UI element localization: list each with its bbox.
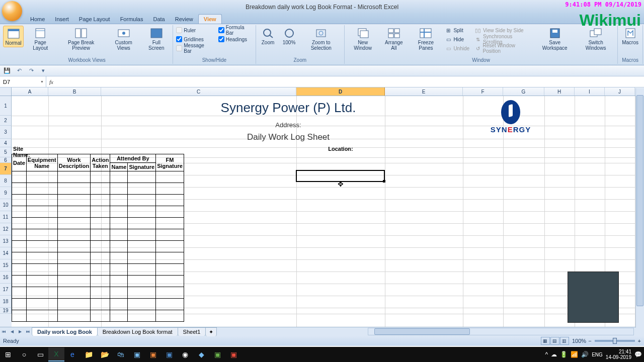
vertical-scrollbar[interactable] (635, 88, 644, 328)
table-cell[interactable] (57, 252, 91, 264)
fx-icon[interactable]: fx (49, 79, 53, 85)
row-header-16[interactable]: 16 (0, 272, 12, 284)
column-header-D[interactable]: D (296, 87, 385, 96)
table-cell[interactable] (12, 206, 27, 218)
table-cell[interactable] (12, 310, 27, 322)
name-box[interactable]: D7 (0, 76, 46, 87)
table-cell[interactable] (156, 195, 184, 206)
table-cell[interactable] (91, 287, 110, 299)
new-sheet-button[interactable]: ✦ (205, 327, 217, 336)
onedrive-icon[interactable]: ☁ (551, 351, 557, 358)
table-cell[interactable] (12, 218, 27, 229)
table-cell[interactable] (110, 183, 128, 195)
headings-checkbox[interactable]: Headings (217, 35, 254, 44)
zoom-in-button[interactable]: + (638, 338, 641, 344)
table-cell[interactable] (26, 171, 57, 183)
column-header-I[interactable]: I (575, 87, 605, 96)
table-cell[interactable] (12, 276, 27, 287)
table-cell[interactable] (110, 218, 128, 229)
row-header-1[interactable]: 1 (0, 96, 12, 116)
volume-icon[interactable]: 🔊 (581, 351, 589, 358)
table-cell[interactable] (110, 276, 128, 287)
table-cell[interactable] (12, 241, 27, 252)
zoom-to-selection-button[interactable]: Zoom to Selection (300, 26, 343, 52)
app-icon-4[interactable]: ▣ (209, 347, 225, 361)
tab-review[interactable]: Review (170, 15, 198, 24)
table-cell[interactable] (57, 287, 91, 299)
task-view-icon[interactable]: ▭ (32, 347, 48, 361)
unhide-button[interactable]: ▭Unhide (444, 44, 470, 53)
table-cell[interactable] (26, 299, 57, 310)
sheet-nav-first-icon[interactable]: ⏮ (0, 328, 8, 336)
table-cell[interactable] (12, 195, 27, 206)
zoom-slider-knob[interactable] (613, 338, 617, 344)
table-cell[interactable] (128, 183, 156, 195)
zoom-out-button[interactable]: − (588, 338, 591, 344)
table-cell[interactable] (57, 276, 91, 287)
row-header-3[interactable]: 3 (0, 126, 12, 139)
row-header-6[interactable]: 6 (0, 157, 12, 163)
custom-views-button[interactable]: Custom Views (106, 26, 141, 52)
column-header-B[interactable]: B (48, 87, 101, 96)
table-cell[interactable] (57, 299, 91, 310)
sheet-tab-daily-work[interactable]: Daily work Log Book (32, 327, 98, 336)
table-cell[interactable] (128, 252, 156, 264)
app-icon-1[interactable]: ▣ (129, 347, 145, 361)
page-break-preview-button[interactable]: Page Break Preview (57, 26, 105, 52)
table-cell[interactable] (57, 183, 91, 195)
table-cell[interactable] (110, 195, 128, 206)
row-header-2[interactable]: 2 (0, 116, 12, 126)
row-header-12[interactable]: 12 (0, 223, 12, 235)
table-cell[interactable] (128, 264, 156, 276)
table-cell[interactable] (12, 171, 27, 183)
worksheet-grid[interactable]: Synergy Power (P) Ltd. Address: Daily Wo… (12, 96, 644, 327)
row-header-5[interactable]: 5 (0, 147, 12, 157)
table-cell[interactable] (156, 171, 184, 183)
table-cell[interactable] (128, 195, 156, 206)
table-cell[interactable] (12, 299, 27, 310)
table-cell[interactable] (110, 287, 128, 299)
row-header-9[interactable]: 9 (0, 187, 12, 199)
save-workspace-button[interactable]: Save Workspace (534, 26, 575, 52)
table-cell[interactable] (156, 310, 184, 322)
row-header-11[interactable]: 11 (0, 211, 12, 223)
table-cell[interactable] (110, 299, 128, 310)
table-cell[interactable] (91, 310, 110, 322)
row-header-18[interactable]: 18 (0, 296, 12, 308)
sheet-tab-sheet1[interactable]: Sheet1 (178, 327, 206, 336)
tab-page-layout[interactable]: Page Layout (74, 15, 115, 24)
table-cell[interactable] (26, 241, 57, 252)
split-button[interactable]: ⊞Split (444, 26, 470, 35)
wifi-icon[interactable]: 📶 (571, 351, 578, 358)
sheet-nav-prev-icon[interactable]: ◀ (8, 328, 16, 336)
table-cell[interactable] (91, 218, 110, 229)
table-cell[interactable] (128, 218, 156, 229)
table-cell[interactable] (91, 276, 110, 287)
zoom-slider[interactable] (595, 340, 635, 342)
table-cell[interactable] (26, 264, 57, 276)
tab-view[interactable]: View (198, 14, 222, 24)
arrange-all-button[interactable]: Arrange All (380, 26, 408, 52)
table-cell[interactable] (26, 287, 57, 299)
normal-view-button[interactable]: Normal (3, 26, 24, 47)
row-header-7[interactable]: 7 (0, 163, 12, 175)
tab-insert[interactable]: Insert (50, 15, 74, 24)
table-cell[interactable] (128, 241, 156, 252)
edge-icon[interactable]: e (64, 347, 80, 361)
table-cell[interactable] (26, 206, 57, 218)
table-cell[interactable] (110, 171, 128, 183)
battery-icon[interactable]: 🔋 (560, 351, 568, 358)
undo-icon[interactable]: ↶ (14, 66, 24, 75)
taskbar-clock[interactable]: 21:41 14-09-2019 (606, 349, 631, 360)
sheet-nav-next-icon[interactable]: ▶ (16, 328, 24, 336)
table-cell[interactable] (91, 229, 110, 241)
table-cell[interactable] (57, 241, 91, 252)
column-header-A[interactable]: A (12, 87, 48, 96)
view-page-break-icon[interactable]: ▥ (560, 337, 569, 345)
macros-button[interactable]: Macros (620, 26, 640, 46)
tab-data[interactable]: Data (148, 15, 170, 24)
select-all-button[interactable] (0, 87, 12, 96)
table-cell[interactable] (57, 229, 91, 241)
column-header-C[interactable]: C (101, 87, 296, 96)
table-cell[interactable] (91, 252, 110, 264)
